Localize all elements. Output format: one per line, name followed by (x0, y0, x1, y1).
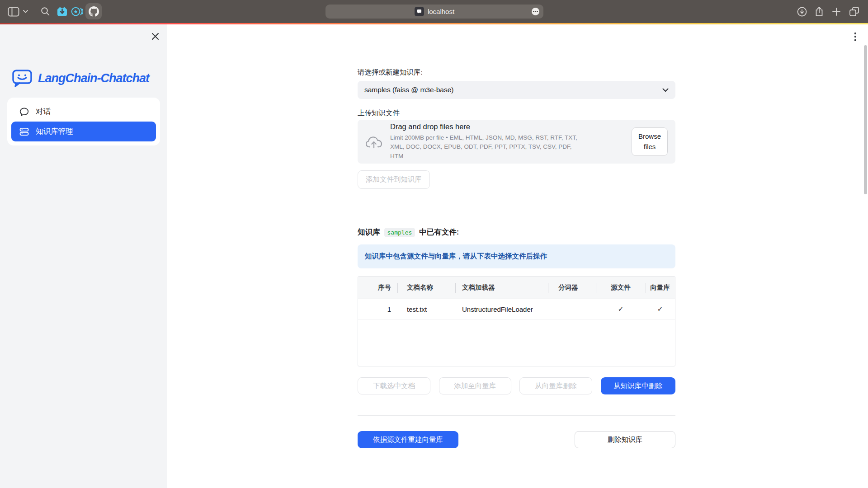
page-options-button[interactable] (532, 8, 539, 15)
add-to-vectorstore-button[interactable]: 添加至向量库 (439, 377, 511, 394)
column-header-splitter: 分词器 (548, 283, 596, 292)
extension-downloader-button[interactable] (55, 0, 69, 23)
delete-from-vectorstore-button[interactable]: 从向量库删除 (519, 377, 592, 394)
dropzone-texts: Drag and drop files here Limit 200MB per… (390, 122, 585, 161)
extension-github-button[interactable] (85, 3, 102, 19)
app-menu-button[interactable] (851, 30, 860, 43)
tabs-icon (849, 6, 859, 17)
kb-management-page: 请选择或新建知识库: samples (faiss @ m3e-base) 上传… (358, 24, 675, 448)
downloads-button[interactable] (795, 0, 809, 23)
file-actions-row: 下载选中文档 添加至向量库 从向量库删除 从知识库中删除 (358, 377, 675, 394)
cat-download-icon (57, 6, 68, 17)
add-files-to-kb-button[interactable]: 添加文件到知识库 (358, 170, 430, 189)
files-table: 序号 文档名称 文档加载器 分词器 源文件 向量库 1 test.txt Uns… (358, 276, 675, 366)
extension-recorder-button[interactable] (70, 0, 84, 23)
cell-docname: test.txt (397, 305, 455, 313)
file-dropzone[interactable]: Drag and drop files here Limit 200MB per… (358, 120, 675, 164)
browse-files-button[interactable]: Browse files (632, 127, 668, 156)
table-header: 序号 文档名称 文档加载器 分词器 源文件 向量库 (358, 277, 675, 299)
chevron-down-icon (23, 10, 28, 13)
tab-overview-button[interactable] (846, 0, 862, 23)
upload-section-label: 上传知识文件 (358, 108, 675, 118)
search-icon (41, 7, 50, 16)
download-selected-button[interactable]: 下载选中文档 (358, 377, 430, 394)
download-icon (797, 7, 807, 17)
new-tab-button[interactable] (829, 0, 844, 23)
sidebar-nav: 对话 知识库管理 (7, 98, 160, 145)
sidebar: LangChain-Chatchat 对话 知识库管理 (0, 24, 167, 488)
cell-index: 1 (358, 305, 397, 313)
circles-star-icon (71, 6, 83, 17)
chevron-down-icon (662, 88, 669, 92)
cell-sourcefile-check: ✓ (596, 305, 646, 313)
dropzone-hint: Limit 200MB per file • EML, HTML, JSON, … (390, 133, 585, 161)
delete-from-kb-button[interactable]: 从知识库中删除 (601, 377, 675, 394)
page-scrollbar[interactable] (864, 45, 867, 194)
app-logo: LangChain-Chatchat (12, 69, 149, 88)
chatchat-favicon-icon (416, 9, 422, 14)
kb-bottom-actions: 依据源文件重建向量库 删除知识库 (358, 431, 675, 448)
rebuild-vectorstore-button[interactable]: 依据源文件重建向量库 (358, 431, 458, 448)
delete-kb-button[interactable]: 删除知识库 (575, 431, 675, 448)
sidebar-item-label: 对话 (36, 107, 51, 117)
sidebar-item-kb-management[interactable]: 知识库管理 (11, 122, 156, 141)
address-text: localhost (428, 8, 454, 15)
chatchat-logo-icon (12, 69, 33, 88)
kb-select-label: 请选择或新建知识库: (358, 68, 675, 77)
column-header-docname: 文档名称 (397, 283, 455, 292)
sidebar-item-label: 知识库管理 (36, 127, 73, 136)
address-bar[interactable]: localhost (326, 5, 543, 19)
table-row[interactable]: 1 test.txt UnstructuredFileLoader ✓ ✓ (358, 299, 675, 319)
cell-loader: UnstructuredFileLoader (455, 305, 548, 313)
info-banner: 知识库中包含源文件与向量库，请从下表中选择文件后操作 (358, 244, 675, 268)
search-button[interactable] (38, 0, 52, 23)
cell-vectorstore-check: ✓ (646, 305, 675, 313)
share-button[interactable] (812, 0, 826, 23)
section-divider (358, 214, 675, 214)
heading-suffix: 中已有文件: (419, 227, 459, 237)
column-header-loader: 文档加载器 (455, 283, 548, 292)
kb-select-value: samples (faiss @ m3e-base) (364, 86, 454, 94)
dropzone-title: Drag and drop files here (390, 122, 585, 131)
sidebar-item-dialogue[interactable]: 对话 (11, 102, 156, 122)
share-icon (815, 6, 824, 17)
github-icon (89, 6, 99, 17)
kb-name-code: samples (384, 228, 415, 237)
column-header-index: 序号 (358, 283, 397, 292)
section-divider (358, 415, 675, 416)
column-header-sourcefile: 源文件 (596, 283, 646, 292)
browser-toolbar: localhost (0, 0, 868, 23)
sidebar-toggle-chevron[interactable] (22, 0, 29, 23)
kb-select[interactable]: samples (faiss @ m3e-base) (358, 81, 675, 99)
site-favicon (415, 7, 424, 16)
plus-icon (832, 7, 841, 16)
close-icon (151, 33, 159, 40)
database-icon (19, 127, 29, 136)
sidebar-toggle-button[interactable] (6, 0, 21, 23)
cloud-upload-icon (365, 135, 382, 149)
app-logo-text: LangChain-Chatchat (38, 71, 149, 85)
close-sidebar-button[interactable] (150, 31, 160, 42)
kb-files-heading: 知识库 samples 中已有文件: (358, 227, 675, 237)
heading-prefix: 知识库 (358, 227, 380, 237)
sidebar-panel-icon (8, 7, 19, 17)
column-header-vectorstore: 向量库 (646, 283, 675, 292)
chat-bubble-icon (19, 107, 29, 117)
